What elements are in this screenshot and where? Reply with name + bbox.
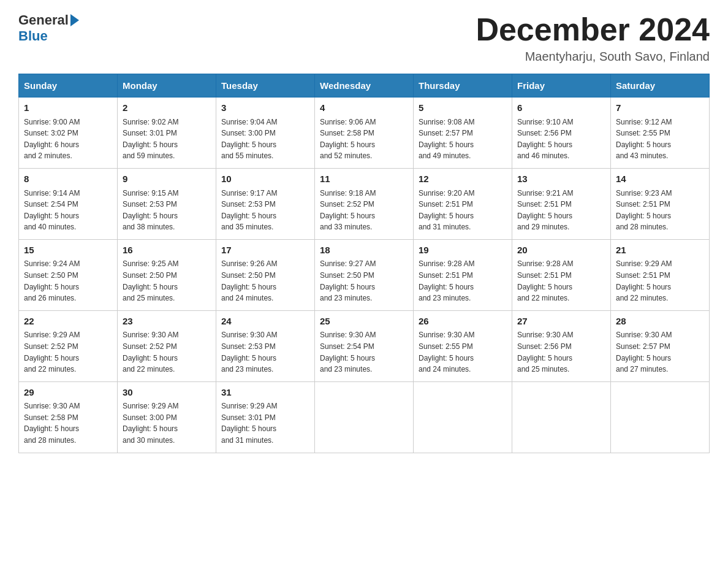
calendar-day-cell: 26Sunrise: 9:30 AMSunset: 2:55 PMDayligh… — [414, 310, 512, 381]
calendar-week-row: 29Sunrise: 9:30 AMSunset: 2:58 PMDayligh… — [19, 381, 710, 453]
calendar-day-cell: 24Sunrise: 9:30 AMSunset: 2:53 PMDayligh… — [216, 310, 315, 381]
calendar-day-cell: 15Sunrise: 9:24 AMSunset: 2:50 PMDayligh… — [19, 239, 118, 310]
weekday-header-tuesday: Tuesday — [216, 74, 315, 98]
day-number: 27 — [517, 315, 605, 329]
weekday-header-wednesday: Wednesday — [315, 74, 414, 98]
day-info: Sunrise: 9:27 AMSunset: 2:50 PMDaylight:… — [320, 258, 408, 304]
day-number: 23 — [123, 315, 211, 329]
weekday-header-row: SundayMondayTuesdayWednesdayThursdayFrid… — [19, 74, 710, 98]
day-number: 12 — [419, 172, 507, 186]
calendar-day-cell — [512, 381, 611, 453]
day-number: 20 — [517, 243, 605, 258]
calendar-day-cell: 16Sunrise: 9:25 AMSunset: 2:50 PMDayligh… — [118, 239, 216, 310]
day-info: Sunrise: 9:23 AMSunset: 2:51 PMDaylight:… — [616, 188, 704, 233]
calendar-day-cell: 23Sunrise: 9:30 AMSunset: 2:52 PMDayligh… — [118, 310, 216, 381]
calendar-day-cell: 29Sunrise: 9:30 AMSunset: 2:58 PMDayligh… — [19, 381, 118, 453]
calendar-week-row: 8Sunrise: 9:14 AMSunset: 2:54 PMDaylight… — [19, 169, 710, 240]
calendar-day-cell: 6Sunrise: 9:10 AMSunset: 2:56 PMDaylight… — [512, 98, 611, 169]
day-number: 19 — [419, 243, 507, 258]
day-number: 31 — [221, 386, 309, 400]
day-info: Sunrise: 9:20 AMSunset: 2:51 PMDaylight:… — [419, 188, 507, 233]
day-number: 14 — [616, 172, 704, 186]
day-number: 1 — [24, 101, 112, 115]
day-info: Sunrise: 9:00 AMSunset: 3:02 PMDaylight:… — [24, 117, 112, 162]
calendar-day-cell: 13Sunrise: 9:21 AMSunset: 2:51 PMDayligh… — [512, 169, 611, 240]
calendar-day-cell: 2Sunrise: 9:02 AMSunset: 3:01 PMDaylight… — [118, 98, 216, 169]
calendar-day-cell — [315, 381, 414, 453]
calendar-table: SundayMondayTuesdayWednesdayThursdayFrid… — [18, 74, 710, 453]
logo-arrow-icon — [70, 14, 79, 26]
calendar-day-cell: 17Sunrise: 9:26 AMSunset: 2:50 PMDayligh… — [216, 239, 315, 310]
calendar-day-cell: 5Sunrise: 9:08 AMSunset: 2:57 PMDaylight… — [414, 98, 512, 169]
day-number: 18 — [320, 243, 408, 258]
day-number: 21 — [616, 243, 704, 258]
calendar-day-cell: 4Sunrise: 9:06 AMSunset: 2:58 PMDaylight… — [315, 98, 414, 169]
day-number: 17 — [221, 243, 309, 258]
calendar-day-cell: 14Sunrise: 9:23 AMSunset: 2:51 PMDayligh… — [611, 169, 710, 240]
day-info: Sunrise: 9:30 AMSunset: 2:56 PMDaylight:… — [517, 329, 605, 375]
calendar-week-row: 22Sunrise: 9:29 AMSunset: 2:52 PMDayligh… — [19, 310, 710, 381]
calendar-day-cell — [611, 381, 710, 453]
logo-blue-text: Blue — [18, 28, 48, 44]
page-header: General Blue December 2024 Maentyharju, … — [18, 12, 710, 64]
calendar-day-cell: 3Sunrise: 9:04 AMSunset: 3:00 PMDaylight… — [216, 98, 315, 169]
calendar-day-cell: 11Sunrise: 9:18 AMSunset: 2:52 PMDayligh… — [315, 169, 414, 240]
day-info: Sunrise: 9:30 AMSunset: 2:53 PMDaylight:… — [221, 329, 309, 375]
day-info: Sunrise: 9:18 AMSunset: 2:52 PMDaylight:… — [320, 188, 408, 233]
day-number: 11 — [320, 172, 408, 186]
calendar-day-cell: 27Sunrise: 9:30 AMSunset: 2:56 PMDayligh… — [512, 310, 611, 381]
calendar-day-cell: 28Sunrise: 9:30 AMSunset: 2:57 PMDayligh… — [611, 310, 710, 381]
day-info: Sunrise: 9:26 AMSunset: 2:50 PMDaylight:… — [221, 258, 309, 304]
day-number: 25 — [320, 315, 408, 329]
day-info: Sunrise: 9:30 AMSunset: 2:58 PMDaylight:… — [24, 400, 112, 446]
calendar-day-cell: 21Sunrise: 9:29 AMSunset: 2:51 PMDayligh… — [611, 239, 710, 310]
weekday-header-friday: Friday — [512, 74, 611, 98]
calendar-day-cell: 12Sunrise: 9:20 AMSunset: 2:51 PMDayligh… — [414, 169, 512, 240]
day-number: 2 — [123, 101, 211, 115]
logo: General Blue — [18, 12, 81, 44]
day-number: 29 — [24, 386, 112, 400]
day-number: 8 — [24, 172, 112, 186]
day-info: Sunrise: 9:30 AMSunset: 2:52 PMDaylight:… — [123, 329, 211, 375]
day-info: Sunrise: 9:24 AMSunset: 2:50 PMDaylight:… — [24, 258, 112, 304]
day-info: Sunrise: 9:25 AMSunset: 2:50 PMDaylight:… — [123, 258, 211, 304]
calendar-day-cell: 10Sunrise: 9:17 AMSunset: 2:53 PMDayligh… — [216, 169, 315, 240]
logo-general-text: General — [18, 12, 69, 28]
day-info: Sunrise: 9:30 AMSunset: 2:55 PMDaylight:… — [419, 329, 507, 375]
month-title: December 2024 — [476, 12, 710, 47]
weekday-header-saturday: Saturday — [611, 74, 710, 98]
day-number: 4 — [320, 101, 408, 115]
day-info: Sunrise: 9:06 AMSunset: 2:58 PMDaylight:… — [320, 117, 408, 162]
day-info: Sunrise: 9:10 AMSunset: 2:56 PMDaylight:… — [517, 117, 605, 162]
calendar-day-cell: 7Sunrise: 9:12 AMSunset: 2:55 PMDaylight… — [611, 98, 710, 169]
day-number: 13 — [517, 172, 605, 186]
weekday-header-thursday: Thursday — [414, 74, 512, 98]
day-number: 9 — [123, 172, 211, 186]
calendar-day-cell: 20Sunrise: 9:28 AMSunset: 2:51 PMDayligh… — [512, 239, 611, 310]
weekday-header-monday: Monday — [118, 74, 216, 98]
day-number: 22 — [24, 315, 112, 329]
day-info: Sunrise: 9:12 AMSunset: 2:55 PMDaylight:… — [616, 117, 704, 162]
calendar-day-cell — [414, 381, 512, 453]
calendar-day-cell: 22Sunrise: 9:29 AMSunset: 2:52 PMDayligh… — [19, 310, 118, 381]
day-info: Sunrise: 9:21 AMSunset: 2:51 PMDaylight:… — [517, 188, 605, 233]
calendar-day-cell: 9Sunrise: 9:15 AMSunset: 2:53 PMDaylight… — [118, 169, 216, 240]
day-number: 16 — [123, 243, 211, 258]
day-number: 10 — [221, 172, 309, 186]
day-number: 24 — [221, 315, 309, 329]
day-info: Sunrise: 9:28 AMSunset: 2:51 PMDaylight:… — [419, 258, 507, 304]
day-info: Sunrise: 9:29 AMSunset: 3:01 PMDaylight:… — [221, 400, 309, 446]
calendar-day-cell: 31Sunrise: 9:29 AMSunset: 3:01 PMDayligh… — [216, 381, 315, 453]
day-info: Sunrise: 9:04 AMSunset: 3:00 PMDaylight:… — [221, 117, 309, 162]
day-info: Sunrise: 9:30 AMSunset: 2:54 PMDaylight:… — [320, 329, 408, 375]
day-info: Sunrise: 9:17 AMSunset: 2:53 PMDaylight:… — [221, 188, 309, 233]
day-number: 7 — [616, 101, 704, 115]
title-section: December 2024 Maentyharju, South Savo, F… — [476, 12, 710, 64]
calendar-day-cell: 8Sunrise: 9:14 AMSunset: 2:54 PMDaylight… — [19, 169, 118, 240]
day-info: Sunrise: 9:29 AMSunset: 2:52 PMDaylight:… — [24, 329, 112, 375]
day-info: Sunrise: 9:14 AMSunset: 2:54 PMDaylight:… — [24, 188, 112, 233]
weekday-header-sunday: Sunday — [19, 74, 118, 98]
day-info: Sunrise: 9:15 AMSunset: 2:53 PMDaylight:… — [123, 188, 211, 233]
day-number: 28 — [616, 315, 704, 329]
day-info: Sunrise: 9:02 AMSunset: 3:01 PMDaylight:… — [123, 117, 211, 162]
